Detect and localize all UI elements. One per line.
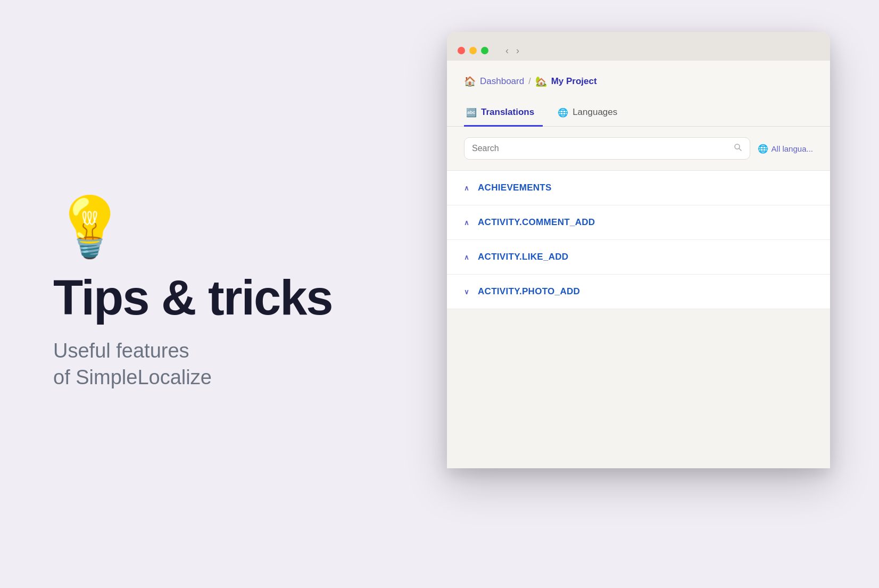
subtitle-line1: Useful features [53,339,189,362]
translation-item-activity-like-add[interactable]: ∧ ACTIVITY.LIKE_ADD [447,240,830,275]
language-filter[interactable]: 🌐 All langua... [758,144,813,154]
tab-translations[interactable]: 🔤 Translations [464,101,543,127]
breadcrumb-project: My Project [551,76,597,87]
project-emoji: 🏡 [535,76,547,87]
breadcrumb-dashboard[interactable]: Dashboard [480,76,524,87]
bulb-icon: 💡 [53,197,394,256]
breadcrumb-separator: / [528,77,530,86]
languages-tab-icon: 🌐 [558,107,568,118]
chevron-up-icon-2: ∧ [464,219,469,227]
languages-tab-label: Languages [573,107,617,118]
translation-item-achievements[interactable]: ∧ ACHIEVEMENTS [447,171,830,205]
close-button[interactable] [458,47,465,54]
search-input-wrapper[interactable] [464,137,750,160]
translation-key-achievements: ACHIEVEMENTS [478,183,552,193]
search-input[interactable] [472,144,728,153]
back-arrow[interactable]: ‹ [505,45,509,56]
forward-arrow[interactable]: › [516,45,519,56]
tab-languages[interactable]: 🌐 Languages [555,101,626,127]
translation-item-activity-comment-add[interactable]: ∧ ACTIVITY.COMMENT_ADD [447,205,830,240]
translation-key-activity-like-add: ACTIVITY.LIKE_ADD [478,252,568,262]
minimize-button[interactable] [469,47,477,54]
translations-tab-label: Translations [481,107,534,118]
language-filter-label: All langua... [772,144,813,153]
tabs-bar: 🔤 Translations 🌐 Languages [447,100,830,127]
breadcrumb: 🏠 Dashboard / 🏡 My Project [447,76,830,100]
search-bar-container: 🌐 All langua... [447,127,830,170]
home-icon: 🏠 [464,76,476,87]
chevron-up-icon: ∧ [464,184,469,192]
main-title: Tips & tricks [53,272,394,324]
translation-item-activity-photo-add[interactable]: ∨ ACTIVITY.PHOTO_ADD [447,275,830,309]
chevron-up-icon-3: ∧ [464,253,469,261]
subtitle: Useful features of SimpleLocalize [53,338,394,391]
translation-key-activity-photo-add: ACTIVITY.PHOTO_ADD [478,286,580,297]
traffic-lights [458,47,488,54]
browser-window: ‹ › 🏠 Dashboard / 🏡 My Project 🔤 Transla… [447,32,830,468]
translations-tab-icon: 🔤 [466,107,477,118]
browser-content: 🏠 Dashboard / 🏡 My Project 🔤 Translation… [447,61,830,309]
left-panel: 💡 Tips & tricks Useful features of Simpl… [0,0,436,588]
browser-chrome: ‹ › [447,32,830,61]
subtitle-line2: of SimpleLocalize [53,366,212,388]
translation-list: ∧ ACHIEVEMENTS ∧ ACTIVITY.COMMENT_ADD ∧ … [447,170,830,309]
chevron-down-icon: ∨ [464,288,469,296]
search-icon [734,143,742,154]
maximize-button[interactable] [481,47,488,54]
browser-nav: ‹ › [505,45,519,56]
globe-icon: 🌐 [758,144,768,154]
right-panel: ‹ › 🏠 Dashboard / 🏡 My Project 🔤 Transla… [436,0,879,588]
translation-key-activity-comment-add: ACTIVITY.COMMENT_ADD [478,217,595,228]
